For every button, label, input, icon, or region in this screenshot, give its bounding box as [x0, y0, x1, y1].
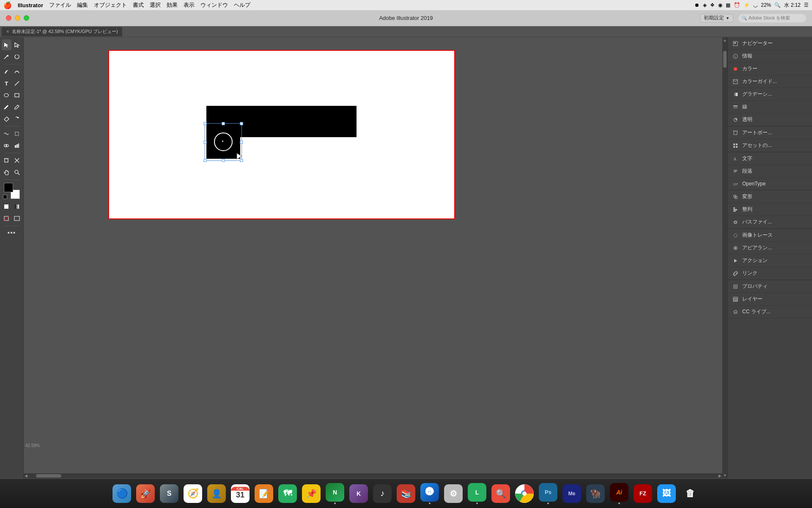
- graph-tool[interactable]: [12, 140, 22, 151]
- dock-systemprefs[interactable]: ⚙: [442, 483, 464, 505]
- dock-chrome[interactable]: [513, 483, 535, 505]
- close-button[interactable]: [6, 15, 11, 21]
- lasso-tool[interactable]: [12, 51, 22, 62]
- free-transform-tool[interactable]: [12, 128, 22, 139]
- color-swatch-area[interactable]: [3, 183, 21, 199]
- dock-appstore[interactable]: 🅐: [419, 483, 441, 505]
- menu-effect[interactable]: 効果: [167, 1, 178, 9]
- dock-keynote[interactable]: K: [348, 483, 370, 505]
- panel-info[interactable]: i 情報: [728, 50, 812, 63]
- apple-logo-icon[interactable]: 🍎: [3, 1, 12, 9]
- selection-tool[interactable]: [2, 39, 11, 50]
- more-tools-button[interactable]: •••: [2, 227, 22, 238]
- menu-view[interactable]: 表示: [184, 1, 195, 9]
- panel-artboard[interactable]: アートボー...: [728, 127, 812, 139]
- dock-siri[interactable]: S: [158, 483, 180, 505]
- dock-calendar[interactable]: CAL 31: [229, 483, 251, 505]
- menu-select[interactable]: 選択: [150, 1, 161, 9]
- menu-file[interactable]: ファイル: [49, 1, 71, 9]
- dock-photoshop[interactable]: Ps: [537, 483, 559, 505]
- panel-actions[interactable]: アクション: [728, 254, 812, 267]
- type-tool[interactable]: T: [2, 78, 11, 89]
- panel-appearance[interactable]: アピアラン...: [728, 242, 812, 254]
- rotate-tool[interactable]: [12, 113, 22, 124]
- panel-properties[interactable]: プロパティ: [728, 280, 812, 293]
- panel-opentype[interactable]: OT OpenType: [728, 178, 812, 190]
- dock-books[interactable]: 📚: [395, 483, 417, 505]
- line-tool[interactable]: [12, 78, 22, 89]
- pen-tool[interactable]: [2, 66, 11, 77]
- paintbrush-tool[interactable]: [2, 102, 11, 113]
- dock-cinemagraph[interactable]: 🦬: [584, 483, 606, 505]
- none-fill-icon[interactable]: [2, 213, 11, 224]
- pencil-tool[interactable]: [12, 102, 22, 113]
- magic-wand-tool[interactable]: [2, 51, 11, 62]
- h-scrollbar-thumb[interactable]: [36, 474, 61, 478]
- panel-color-guide[interactable]: カラーガイド...: [728, 75, 812, 88]
- panel-cc-libraries[interactable]: CC ライブ...: [728, 306, 812, 318]
- panel-navigator[interactable]: ナビゲーター: [728, 37, 812, 50]
- panel-assets[interactable]: アセットの...: [728, 139, 812, 152]
- dock-migration[interactable]: 👤: [206, 483, 228, 505]
- panel-color[interactable]: カラー: [728, 63, 812, 75]
- foreground-color-swatch[interactable]: [4, 183, 13, 192]
- panel-paragraph[interactable]: 段落: [728, 165, 812, 178]
- vertical-scrollbar[interactable]: ▲ ▼: [722, 37, 727, 478]
- dock-launchpad[interactable]: 🚀: [134, 483, 156, 505]
- scroll-left-arrow[interactable]: ◀: [25, 474, 27, 478]
- menu-edit[interactable]: 編集: [77, 1, 88, 9]
- menu-help[interactable]: ヘルプ: [234, 1, 250, 9]
- shape-builder-tool[interactable]: [2, 140, 11, 151]
- scrollbar-thumb[interactable]: [723, 51, 727, 68]
- dock-quicksearch[interactable]: 🔍: [490, 483, 512, 505]
- color-fill-icon[interactable]: [2, 201, 11, 212]
- gradient-icon[interactable]: [12, 201, 22, 212]
- menu-type[interactable]: 書式: [133, 1, 144, 9]
- panel-align[interactable]: 整列: [728, 203, 812, 216]
- document-tab[interactable]: ✕ 名称未設定-1* @ 42.58% (CMYK/GPU プレビュー): [2, 27, 122, 36]
- menu-object[interactable]: オブジェクト: [94, 1, 127, 9]
- menu-illustrator[interactable]: Illustrator: [18, 2, 43, 8]
- panel-image-trace[interactable]: 画像トレース: [728, 229, 812, 242]
- dock-illustrator[interactable]: Ai: [608, 483, 630, 505]
- dock-preview[interactable]: 🖼: [656, 483, 678, 505]
- panel-gradient[interactable]: グラデーシ...: [728, 88, 812, 101]
- slice-tool[interactable]: [12, 155, 22, 166]
- dock-numbers[interactable]: N: [324, 483, 346, 505]
- change-screen-mode-icon[interactable]: [12, 213, 22, 224]
- reset-colors-icon[interactable]: [3, 195, 7, 199]
- dock-media-encoder[interactable]: Me: [561, 483, 583, 505]
- dock-stickies[interactable]: 📌: [300, 483, 322, 505]
- minimize-button[interactable]: [15, 15, 20, 21]
- dock-finder[interactable]: 🔵: [111, 483, 133, 505]
- rectangle-tool[interactable]: [12, 90, 22, 101]
- curvature-tool[interactable]: [12, 66, 22, 77]
- handle-bm[interactable]: [222, 159, 225, 162]
- dock-music[interactable]: ♪: [371, 483, 393, 505]
- panel-layers[interactable]: レイヤー: [728, 293, 812, 306]
- warp-tool[interactable]: [2, 128, 11, 139]
- scroll-right-arrow[interactable]: ▶: [719, 474, 721, 478]
- horizontal-scrollbar[interactable]: ◀ ▶: [24, 473, 722, 478]
- menu-window[interactable]: ウィンドウ: [200, 1, 228, 9]
- ellipse-tool[interactable]: [2, 90, 11, 101]
- artboard-tool[interactable]: [2, 155, 11, 166]
- handle-bl[interactable]: [204, 159, 207, 162]
- panel-character[interactable]: A 文字: [728, 152, 812, 165]
- panel-pathfinder[interactable]: パスファイ...: [728, 216, 812, 229]
- panel-links[interactable]: リンク: [728, 267, 812, 280]
- zoom-tool[interactable]: [12, 167, 22, 178]
- workspace-preset-dropdown[interactable]: 初期設定 ▼: [700, 14, 733, 22]
- handle-mr[interactable]: [240, 141, 243, 144]
- dock-maps[interactable]: 🗺: [277, 483, 299, 505]
- dock-safari[interactable]: 🧭: [182, 483, 204, 505]
- panel-transform[interactable]: 変形: [728, 190, 812, 203]
- eraser-tool[interactable]: [2, 113, 11, 124]
- hand-tool[interactable]: [2, 167, 11, 178]
- control-center-icon[interactable]: ☰: [804, 2, 809, 8]
- search-icon[interactable]: 🔍: [774, 2, 781, 8]
- dock-filezilla[interactable]: FZ: [632, 483, 654, 505]
- canvas-area[interactable]: ▲ ▼ ◀ ▶ 42.58%: [24, 37, 727, 478]
- dock-trash[interactable]: 🗑: [679, 483, 701, 505]
- dock-reminders[interactable]: 📝: [253, 483, 275, 505]
